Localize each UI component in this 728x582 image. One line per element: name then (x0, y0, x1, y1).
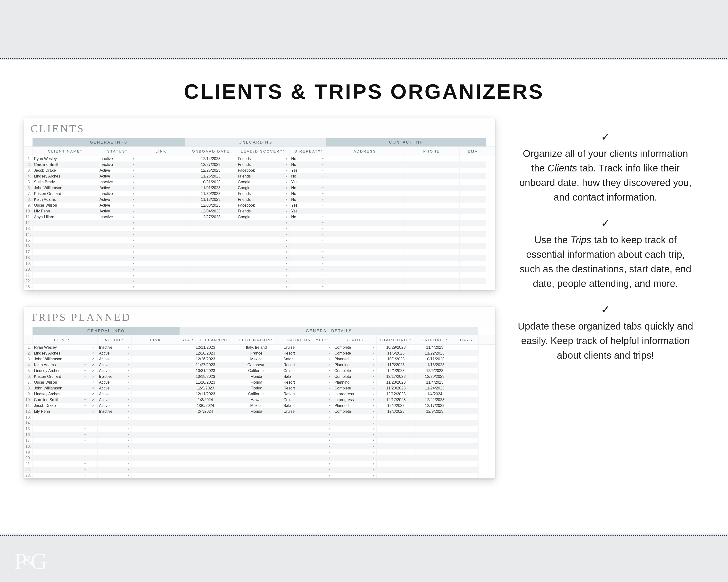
vacation-type-cell[interactable]: Resort▾ (282, 391, 333, 397)
dropdown-icon[interactable]: ▾ (371, 474, 375, 477)
trip-status-cell[interactable]: Complete▾ (333, 374, 376, 380)
onboard-date-cell[interactable]: 12/25/2023 (185, 168, 236, 173)
days-cell[interactable] (454, 391, 478, 397)
link-cell[interactable] (132, 438, 180, 444)
started-planning-cell[interactable]: 1/3/2024 (180, 397, 231, 403)
dropdown-icon[interactable]: ▾ (328, 404, 331, 408)
email-cell[interactable] (460, 255, 486, 261)
email-cell[interactable] (460, 267, 486, 272)
status-cell[interactable]: ▾ (98, 243, 137, 249)
trip-client-cell[interactable]: ▾ (32, 426, 88, 432)
email-cell[interactable] (460, 272, 486, 278)
external-link-icon[interactable]: ↗ (92, 345, 95, 350)
started-planning-cell[interactable] (180, 414, 231, 420)
dropdown-icon[interactable]: ▾ (83, 468, 87, 471)
status-cell[interactable]: ▾ (98, 261, 137, 267)
phone-cell[interactable] (404, 173, 460, 179)
dropdown-icon[interactable]: ▾ (371, 445, 375, 448)
link-cell[interactable] (132, 461, 180, 467)
trip-status-cell[interactable]: ▾ (333, 461, 376, 467)
end-date-cell[interactable] (415, 420, 454, 426)
dropdown-icon[interactable]: ▾ (371, 462, 375, 466)
link-cell[interactable] (132, 362, 180, 368)
dropdown-icon[interactable]: ▾ (126, 375, 130, 378)
dropdown-icon[interactable]: ▾ (126, 398, 130, 401)
address-cell[interactable] (326, 261, 404, 267)
dropdown-icon[interactable]: ▾ (132, 215, 135, 219)
dropdown-icon[interactable]: ▾ (132, 192, 135, 195)
trip-client-cell[interactable]: ▾ (32, 473, 88, 478)
onboard-date-cell[interactable] (185, 249, 236, 255)
start-date-cell[interactable] (376, 461, 415, 467)
active-cell[interactable]: Active▾ (98, 351, 132, 356)
dropdown-icon[interactable]: ▾ (132, 198, 135, 201)
started-planning-cell[interactable] (180, 449, 231, 455)
status-cell[interactable]: Inactive▾ (98, 179, 137, 185)
dropdown-icon[interactable]: ▾ (285, 279, 288, 283)
trip-status-cell[interactable]: ▾ (333, 420, 376, 426)
dropdown-icon[interactable]: ▾ (126, 433, 130, 437)
phone-cell[interactable] (404, 214, 460, 220)
external-link-icon[interactable]: ↗ (92, 404, 95, 408)
link-cell[interactable] (137, 261, 185, 267)
lead-cell[interactable]: Facebook▾ (236, 168, 290, 173)
active-cell[interactable]: ▾ (98, 426, 132, 432)
trip-client-cell[interactable]: ▾ (32, 420, 88, 426)
vacation-type-cell[interactable]: Resort▾ (282, 385, 333, 391)
external-link-icon[interactable]: ↗ (92, 381, 95, 384)
end-date-cell[interactable]: 11/4/2023 (415, 344, 454, 351)
onboard-date-cell[interactable] (185, 238, 236, 243)
dropdown-icon[interactable]: ▾ (126, 410, 130, 413)
client-name-cell[interactable] (32, 255, 98, 261)
dropdown-icon[interactable]: ▾ (285, 169, 288, 172)
dropdown-icon[interactable]: ▾ (83, 474, 87, 477)
end-date-cell[interactable] (415, 461, 454, 467)
phone-cell[interactable] (404, 267, 460, 272)
phone-cell[interactable] (404, 191, 460, 197)
table-row[interactable]: 7.Kristen OrchardInactive▾11/30/2023Frie… (24, 191, 495, 197)
onboard-date-cell[interactable] (185, 220, 236, 226)
dropdown-icon[interactable]: ▾ (321, 279, 324, 283)
table-row[interactable]: 9.Lindsey Arches▾↗Active▾12/11/2023Calif… (24, 391, 495, 397)
days-cell[interactable] (454, 362, 478, 368)
started-planning-cell[interactable] (180, 426, 231, 432)
trip-status-cell[interactable]: In progress▾ (333, 397, 376, 403)
phone-cell[interactable] (404, 156, 460, 162)
dropdown-icon[interactable]: ▾ (126, 369, 130, 372)
end-date-cell[interactable]: 12/17/2023 (415, 403, 454, 409)
trip-client-cell[interactable]: Caroline Smith▾ (32, 397, 88, 403)
trip-status-cell[interactable]: Complete▾ (333, 409, 376, 414)
trip-client-cell[interactable]: Ryan Wesley▾ (32, 344, 88, 351)
dropdown-icon[interactable]: ▾ (126, 445, 130, 448)
dropdown-icon[interactable]: ▾ (321, 204, 324, 207)
trip-client-cell[interactable]: Jacob Drake▾ (32, 403, 88, 409)
start-date-cell[interactable] (376, 444, 415, 449)
dropdown-icon[interactable]: ▾ (371, 404, 375, 408)
onboard-date-cell[interactable] (185, 278, 236, 284)
destinations-cell[interactable] (231, 461, 282, 467)
days-cell[interactable] (454, 374, 478, 380)
external-link-icon[interactable]: ↗ (92, 363, 95, 367)
lead-cell[interactable]: ▾ (236, 231, 290, 238)
dropdown-icon[interactable]: ▾ (328, 439, 331, 442)
status-cell[interactable]: Inactive▾ (98, 156, 137, 162)
end-date-cell[interactable]: 12/9/2023 (415, 409, 454, 414)
start-date-cell[interactable]: 11/20/2023 (376, 385, 415, 391)
end-date-cell[interactable]: 1/4/2024 (415, 391, 454, 397)
dropdown-icon[interactable]: ▾ (126, 346, 130, 349)
dropdown-icon[interactable]: ▾ (83, 427, 87, 431)
dropdown-icon[interactable]: ▾ (83, 363, 87, 367)
table-row[interactable]: 18.▾▾▾ (24, 255, 495, 261)
dropdown-icon[interactable]: ▾ (126, 456, 130, 460)
link-cell[interactable] (137, 267, 185, 272)
table-row[interactable]: 2.Caroline SmithInactive▾12/27/2023Frien… (24, 162, 495, 168)
client-name-cell[interactable]: Kristen Orchard (32, 191, 98, 197)
client-name-cell[interactable]: John Williamson (32, 185, 98, 191)
phone-cell[interactable] (404, 255, 460, 261)
trip-status-cell[interactable]: In progress▾ (333, 391, 376, 397)
active-cell[interactable]: Active▾ (98, 391, 132, 397)
dropdown-icon[interactable]: ▾ (328, 346, 331, 349)
trip-client-cell[interactable]: Lindsey Arches▾ (32, 351, 88, 356)
vacation-type-cell[interactable]: ▾ (282, 426, 333, 432)
table-row[interactable]: 13.▾▾▾▾ (24, 414, 495, 420)
